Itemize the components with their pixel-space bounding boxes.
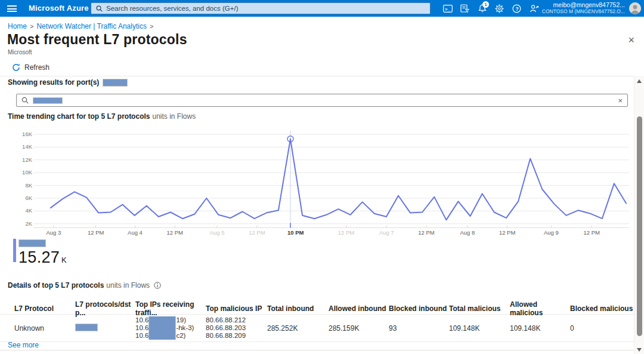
svg-text:12 PM: 12 PM xyxy=(338,229,355,236)
svg-text:Aug 4: Aug 4 xyxy=(128,229,143,236)
cell-l7-protocol: Unknown xyxy=(14,324,75,333)
product-brand: Microsoft Azure xyxy=(29,4,89,13)
col-total-malicious: Total malicious xyxy=(449,304,510,313)
col-total-inbound: Total inbound xyxy=(267,304,329,313)
svg-text:4K: 4K xyxy=(25,207,32,214)
refresh-label: Refresh xyxy=(24,63,49,72)
search-icon xyxy=(21,97,29,104)
help-icon[interactable]: ? xyxy=(508,0,525,17)
svg-text:12 PM: 12 PM xyxy=(583,229,600,236)
col-allowed-malicious: Allowed malicious xyxy=(510,300,570,317)
col-l7-protocol: L7 Protocol xyxy=(14,304,75,313)
svg-text:2K: 2K xyxy=(25,220,32,227)
divider xyxy=(0,76,634,76)
legend-color-bar xyxy=(13,239,16,262)
scroll-up-arrow-icon[interactable] xyxy=(637,79,642,83)
svg-text:?: ? xyxy=(515,5,518,11)
redacted-ip-segment xyxy=(148,332,176,340)
notifications-bell-icon[interactable]: 1 xyxy=(473,0,491,17)
cell-top-malicious-ips: 80.66.88.212 80.66.88.203 80.66.88.209 xyxy=(206,316,267,340)
details-table: L7 Protocol L7 protocols/dst p... Top IP… xyxy=(0,300,634,342)
publisher-label: Microsoft xyxy=(8,49,32,56)
cell-total-inbound: 285.252K xyxy=(267,324,329,333)
svg-text:>_: >_ xyxy=(445,6,450,11)
cell-allowed-inbound: 285.159K xyxy=(329,324,389,333)
vertical-scrollbar[interactable] xyxy=(634,76,644,354)
svg-text:12 PM: 12 PM xyxy=(167,229,184,236)
svg-text:6K: 6K xyxy=(25,195,32,201)
global-search-input[interactable]: Search resources, services, and docs (G+… xyxy=(91,2,431,14)
cloud-shell-icon[interactable]: >_ xyxy=(439,0,456,17)
cell-l7-protocols-dst-port xyxy=(75,324,135,333)
svg-text:Aug 3: Aug 3 xyxy=(46,229,61,236)
col-allowed-inbound: Allowed inbound xyxy=(329,304,389,313)
refresh-icon xyxy=(12,63,20,72)
account-directory: CONTOSO M (MNGENV847752.O... xyxy=(542,8,625,15)
see-more-link[interactable]: See more xyxy=(8,341,39,349)
svg-text:12 PM: 12 PM xyxy=(499,229,516,236)
feedback-icon[interactable] xyxy=(525,0,543,17)
settings-gear-icon[interactable] xyxy=(491,0,508,17)
scrollbar-thumb[interactable] xyxy=(637,116,642,336)
redacted-search-value xyxy=(33,97,63,104)
divider xyxy=(0,350,634,350)
col-top-ips-receiving: Top IPs receiving traffi... xyxy=(135,300,206,317)
svg-text:Aug 7: Aug 7 xyxy=(379,229,394,236)
clear-search-icon[interactable]: × xyxy=(618,97,623,104)
svg-text:12K: 12K xyxy=(22,156,33,163)
redacted-series-name xyxy=(18,239,46,247)
hamburger-menu-icon[interactable] xyxy=(7,5,17,12)
cell-blocked-inbound: 93 xyxy=(389,324,449,333)
redacted-ip-segment xyxy=(148,316,176,324)
col-blocked-inbound: Blocked inbound xyxy=(389,304,449,313)
breadcrumb-separator: > xyxy=(150,23,153,30)
header-icons: >_ 1 ? xyxy=(439,0,543,17)
breadcrumb-separator: > xyxy=(30,23,33,30)
cell-top-ips: 10.619) 10.6-hk-3) 10.6c2) xyxy=(135,316,206,340)
refresh-button[interactable]: Refresh xyxy=(12,63,49,72)
directory-filter-icon[interactable] xyxy=(456,0,473,17)
scroll-down-arrow-icon[interactable] xyxy=(637,348,642,352)
redacted-dst-port xyxy=(75,324,98,331)
svg-text:8K: 8K xyxy=(25,182,32,189)
details-section-title: Details of top 5 L7 protocolsunits in Fl… xyxy=(8,281,161,290)
notification-badge: 1 xyxy=(482,1,489,8)
search-icon xyxy=(96,5,103,12)
close-icon[interactable]: × xyxy=(628,35,634,45)
top-bar: Microsoft Azure Search resources, servic… xyxy=(0,0,644,17)
svg-text:14K: 14K xyxy=(22,143,33,150)
series-legend-stat: 15.27K xyxy=(13,239,67,265)
chart-section-title: Time trending chart for top 5 L7 protoco… xyxy=(8,112,196,121)
table-row[interactable]: Unknown 10.619) 10.6-hk-3) 10.6c2) 80.66… xyxy=(0,315,634,342)
azure-portal-page: Microsoft Azure Search resources, servic… xyxy=(0,0,644,354)
breadcrumb: Home>Network Watcher | Traffic Analytics… xyxy=(8,22,156,30)
table-header-row: L7 Protocol L7 protocols/dst p... Top IP… xyxy=(0,300,634,315)
redacted-ip-segment xyxy=(148,324,176,332)
col-blocked-malicious: Blocked malicious xyxy=(570,304,634,313)
svg-text:Aug 9: Aug 9 xyxy=(544,229,559,236)
svg-text:Aug 5: Aug 5 xyxy=(210,229,225,236)
filter-search-input[interactable]: × xyxy=(16,94,628,107)
l7-trend-chart[interactable]: 16K14K12K10K8K6K4K2KAug 312 PMAug 412 PM… xyxy=(11,129,634,238)
svg-text:12 PM: 12 PM xyxy=(418,229,435,236)
svg-text:10K: 10K xyxy=(22,169,33,176)
cell-blocked-malicious: 0 xyxy=(570,324,634,333)
breadcrumb-home-link[interactable]: Home xyxy=(8,22,27,30)
col-top-malicious-ip: Top malicious IP xyxy=(206,304,267,313)
global-search-placeholder: Search resources, services, and docs (G+… xyxy=(106,5,238,12)
avatar[interactable] xyxy=(629,2,641,14)
stat-value: 15.27 xyxy=(18,248,60,266)
chart-area: 16K14K12K10K8K6K4K2KAug 312 PMAug 412 PM… xyxy=(11,129,634,238)
context-menu-button[interactable]: ··· xyxy=(160,36,170,45)
showing-results-line: Showing results for port(s) xyxy=(8,78,128,87)
cell-total-malicious: 109.148K xyxy=(449,324,510,333)
account-email: meibo@mngenv847752... xyxy=(542,2,625,8)
svg-text:Aug 8: Aug 8 xyxy=(460,229,475,236)
breadcrumb-network-watcher-link[interactable]: Network Watcher | Traffic Analytics xyxy=(36,22,147,30)
account-menu[interactable]: meibo@mngenv847752... CONTOSO M (MNGENV8… xyxy=(542,2,625,15)
svg-text:10 PM: 10 PM xyxy=(287,229,304,236)
svg-text:12 PM: 12 PM xyxy=(249,229,265,236)
svg-text:16K: 16K xyxy=(22,131,33,137)
info-icon[interactable] xyxy=(154,282,161,289)
svg-text:12 PM: 12 PM xyxy=(88,229,104,236)
